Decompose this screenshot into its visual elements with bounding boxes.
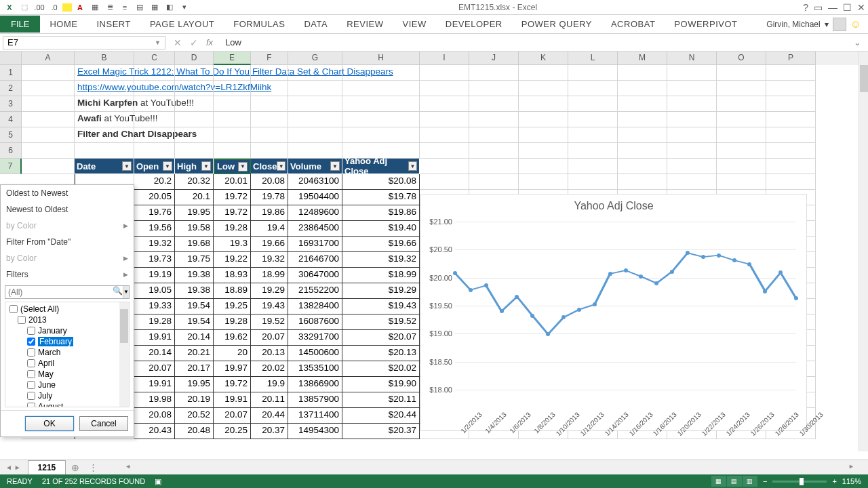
ok-button[interactable]: OK (25, 416, 74, 431)
qat-btn[interactable]: ◧ (163, 1, 176, 14)
formula-bar: E7▼ ✕ ✓ fx Low ⌄ (0, 34, 868, 52)
ribbon-opts-icon[interactable]: ▭ (814, 2, 823, 13)
tab-powerpivot[interactable]: POWERPIVOT (665, 15, 747, 33)
status-ready: READY (7, 477, 33, 486)
qat-btn[interactable] (62, 3, 72, 12)
filter-dropdown-icon[interactable]: ▼ (163, 161, 172, 171)
tab-view[interactable]: VIEW (393, 15, 436, 33)
filter-dropdown-icon[interactable]: ▼ (122, 161, 132, 171)
filter-by-color[interactable]: by Color▶ (1, 250, 134, 266)
help-icon[interactable]: ? (803, 2, 808, 13)
tab-pagelayout[interactable]: PAGE LAYOUT (140, 15, 224, 33)
qat-btn[interactable]: ≣ (103, 1, 117, 14)
status-bar: READY 21 OF 252 RECORDS FOUND ▣ ▦ ▤ ▥ − … (0, 474, 868, 488)
view-page[interactable]: ▤ (727, 476, 742, 487)
close-icon[interactable]: ✕ (857, 2, 865, 13)
maximize-icon[interactable]: ☐ (843, 2, 852, 13)
minimize-icon[interactable]: — (828, 2, 837, 13)
clear-filter[interactable]: Filter From "Date" (1, 234, 134, 250)
qat-btn[interactable]: ≡ (118, 1, 132, 14)
ribbon: FILE HOME INSERT PAGE LAYOUT FORMULAS DA… (0, 15, 868, 34)
qat-btn[interactable]: ▾ (178, 1, 191, 14)
sheet-tab[interactable]: 1215 (28, 460, 66, 474)
sort-by-color[interactable]: by Color▶ (1, 218, 134, 234)
avatar (833, 18, 846, 31)
add-sheet-icon[interactable]: ⊕ (66, 462, 85, 473)
zoom-level[interactable]: 115% (842, 477, 861, 485)
qat-btn[interactable]: A (73, 1, 87, 14)
expand-formula-icon[interactable]: ⌄ (850, 37, 865, 47)
date-filters[interactable]: Filters▶ (1, 266, 134, 283)
smiley-icon[interactable]: ☺ (850, 18, 861, 30)
fx-icon[interactable]: fx (206, 37, 213, 47)
qat-btn[interactable]: ▦ (148, 1, 161, 14)
tab-review[interactable]: REVIEW (337, 15, 393, 33)
filter-dropdown-icon[interactable]: ▼ (201, 161, 211, 171)
filter-search-input[interactable] (5, 286, 113, 298)
cancel-icon[interactable]: ✕ (174, 37, 182, 48)
tab-home[interactable]: HOME (40, 15, 87, 33)
qat-btn[interactable]: ⬚ (18, 1, 31, 14)
zoom-slider[interactable] (772, 481, 827, 483)
sort-oldest[interactable]: Oldest to Newest (1, 185, 134, 201)
autofilter-menu: Oldest to Newest Newest to Oldest by Col… (0, 184, 134, 437)
filter-dropdown-icon[interactable]: ▼ (277, 161, 285, 171)
quick-access-toolbar: X ⬚ .00 .0 A ▦ ≣ ≡ ▤ ▦ ◧ ▾ EMT1215.xlsx … (0, 0, 868, 15)
tab-powerquery[interactable]: POWER QUERY (512, 15, 601, 33)
view-normal[interactable]: ▦ (711, 476, 726, 487)
embedded-chart[interactable]: Yahoo Adj Close $21.00$20.50$20.00$19.50… (420, 194, 807, 431)
filter-dropdown-icon[interactable]: ▼ (408, 161, 417, 171)
qat-btn[interactable]: .00 (33, 1, 46, 14)
tab-data[interactable]: DATA (294, 15, 337, 33)
filter-dropdown-icon[interactable]: ▼ (238, 162, 248, 171)
window-title: EMT1215.xlsx - Excel (193, 3, 803, 12)
sheet-tab-bar: ◄ ► 1215 ⊕ ⋮ (0, 460, 868, 474)
enter-icon[interactable]: ✓ (190, 37, 198, 48)
zoom-out[interactable]: − (763, 477, 767, 485)
horizontal-scrollbar[interactable] (125, 463, 854, 472)
status-records: 21 OF 252 RECORDS FOUND (42, 477, 145, 486)
vertical-scrollbar[interactable] (859, 52, 868, 451)
excel-icon: X (3, 1, 16, 14)
file-tab[interactable]: FILE (0, 16, 40, 33)
tab-insert[interactable]: INSERT (87, 15, 140, 33)
name-box[interactable]: E7▼ (3, 36, 165, 49)
sheet-nav[interactable]: ◄ ► (0, 464, 26, 471)
sort-newest[interactable]: Newest to Oldest (1, 201, 134, 218)
tab-acrobat[interactable]: ACROBAT (601, 15, 665, 33)
chart-title: Yahoo Adj Close (421, 195, 806, 215)
formula-input[interactable]: Low (221, 37, 850, 47)
zoom-in[interactable]: + (832, 477, 836, 485)
view-break[interactable]: ▥ (743, 476, 757, 487)
user-name[interactable]: Girvin, Michael ▾ ☺ (760, 18, 868, 31)
qat-btn[interactable]: .0 (47, 1, 61, 14)
filter-dropdown-icon[interactable]: ▼ (330, 161, 340, 171)
filter-search[interactable]: 🔍 ▼ (5, 285, 130, 299)
tab-developer[interactable]: DEVELOPER (436, 15, 512, 33)
cancel-button[interactable]: Cancel (79, 416, 128, 431)
qat-btn[interactable]: ▦ (88, 1, 102, 14)
qat-btn[interactable]: ▤ (133, 1, 146, 14)
tab-formulas[interactable]: FORMULAS (224, 15, 294, 33)
spreadsheet-grid: ABCDEFGHIJKLMNOP 1234567 Excel Magic Tri… (0, 52, 868, 451)
macro-icon[interactable]: ▣ (155, 477, 161, 486)
filter-tree[interactable]: (Select All) 2013 JanuaryFebruaryMarchAp… (5, 302, 130, 407)
